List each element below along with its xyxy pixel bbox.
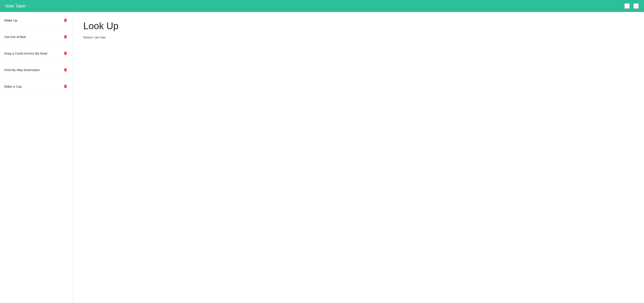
app-title: Note Taker: [5, 4, 26, 8]
notes-sidebar: Wake Up Get Out of Bed Drag a Comb Acros…: [0, 12, 73, 303]
edit-icon: [634, 4, 638, 8]
note-item-title: Find My Way Downstairs: [4, 68, 40, 72]
trash-icon: [63, 68, 68, 72]
note-title: Look Up: [83, 20, 634, 31]
edit-button[interactable]: [633, 3, 639, 9]
note-body: Notice I am late: [83, 35, 634, 40]
trash-icon: [63, 34, 68, 39]
header-actions: [624, 3, 639, 9]
note-item-title: Drag a Comb Across My head: [4, 52, 47, 55]
delete-note-button[interactable]: [62, 83, 68, 89]
list-item[interactable]: Make a Cup: [0, 78, 73, 95]
list-item[interactable]: Get Out of Bed: [0, 28, 73, 45]
save-icon: [625, 4, 630, 8]
delete-note-button[interactable]: [62, 67, 68, 73]
note-content: Look Up Notice I am late: [73, 12, 644, 303]
delete-note-button[interactable]: [62, 34, 68, 40]
delete-note-button[interactable]: [62, 17, 68, 23]
note-item-title: Make a Cup: [4, 84, 22, 88]
trash-icon: [63, 84, 68, 88]
app-header: Note Taker: [0, 0, 644, 12]
trash-icon: [63, 18, 68, 22]
trash-icon: [63, 51, 68, 56]
main-layout: Wake Up Get Out of Bed Drag a Comb Acros…: [0, 12, 644, 303]
note-item-title: Wake Up: [4, 18, 18, 22]
list-item[interactable]: Drag a Comb Across My head: [0, 45, 73, 62]
delete-note-button[interactable]: [62, 50, 68, 56]
note-item-title: Get Out of Bed: [4, 35, 26, 39]
list-item[interactable]: Wake Up: [0, 12, 73, 28]
save-button[interactable]: [624, 3, 630, 9]
list-item[interactable]: Find My Way Downstairs: [0, 62, 73, 78]
